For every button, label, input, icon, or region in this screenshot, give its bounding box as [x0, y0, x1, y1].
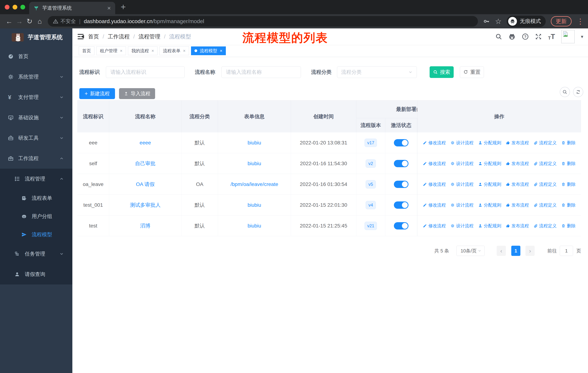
sidebar-item-workflow[interactable]: 工作流程	[0, 148, 72, 169]
app-logo[interactable]: 芋道管理系统	[0, 28, 72, 46]
zoom-window-button[interactable]	[21, 5, 25, 10]
browser-menu-icon[interactable]: ⋮	[577, 18, 584, 25]
edit-process-link[interactable]: 修改流程	[423, 181, 446, 187]
version-badge[interactable]: v2	[366, 159, 376, 168]
page-number-button[interactable]: 1	[511, 246, 520, 256]
form-info-link[interactable]: biubiu	[248, 223, 261, 229]
sidebar-item-process-form[interactable]: 流程表单	[0, 189, 72, 207]
sidebar-item-devtools[interactable]: 研发工具	[0, 128, 72, 148]
refresh-table-button[interactable]	[573, 87, 583, 97]
create-process-button[interactable]: + 新建流程	[79, 88, 115, 99]
sidebar-item-task-management[interactable]: 任务管理	[0, 244, 72, 264]
form-info-link[interactable]: biubiu	[248, 202, 261, 208]
process-definition-link[interactable]: 流程定义	[534, 223, 557, 229]
tag-my-process[interactable]: 我的流程×	[128, 46, 158, 55]
publish-process-link[interactable]: 发布流程	[506, 223, 529, 229]
search-button[interactable]: 搜索	[430, 66, 454, 78]
sidebar-item-home[interactable]: 首页	[0, 46, 72, 67]
goto-page-input[interactable]	[560, 246, 573, 256]
forward-icon[interactable]: →	[14, 18, 24, 25]
window-controls[interactable]	[5, 5, 25, 10]
show-search-button[interactable]	[560, 87, 570, 97]
delete-link[interactable]: 删除	[561, 223, 576, 229]
version-badge[interactable]: v5	[366, 180, 376, 189]
delete-link[interactable]: 删除	[561, 140, 576, 146]
filter-name-input[interactable]	[221, 66, 301, 78]
publish-process-link[interactable]: 发布流程	[506, 161, 529, 166]
sidebar-item-user-group[interactable]: 用户分组	[0, 207, 72, 225]
github-icon[interactable]	[508, 33, 516, 40]
browser-tab[interactable]: 芋道管理系统 ×	[29, 2, 115, 14]
address-bar[interactable]: 不安全 | dashboard.yudao.iocoder.cn/bpm/man…	[48, 16, 478, 27]
version-badge[interactable]: v21	[365, 222, 377, 230]
version-badge[interactable]: v17	[365, 139, 377, 147]
bookmark-star-icon[interactable]: ☆	[495, 17, 502, 26]
sidebar-item-system[interactable]: 系统管理	[0, 67, 72, 87]
import-process-button[interactable]: 导入流程	[119, 88, 155, 99]
assign-rule-link[interactable]: 分配规则	[478, 223, 501, 229]
page-size-select[interactable]: 10条/页	[456, 246, 485, 256]
version-badge[interactable]: v4	[366, 201, 376, 209]
help-icon[interactable]: ?	[522, 33, 529, 40]
key-icon[interactable]	[483, 18, 490, 25]
publish-process-link[interactable]: 发布流程	[506, 140, 529, 146]
design-process-link[interactable]: 设计流程	[451, 223, 473, 229]
tag-process-form[interactable]: 流程表单×	[159, 46, 189, 55]
model-name-link[interactable]: OA 请假	[136, 181, 155, 188]
active-toggle[interactable]	[394, 139, 409, 146]
search-icon[interactable]	[495, 33, 502, 40]
assign-rule-link[interactable]: 分配规则	[478, 181, 501, 187]
browser-update-button[interactable]: 更新	[551, 16, 572, 26]
delete-link[interactable]: 删除	[561, 181, 576, 187]
publish-process-link[interactable]: 发布流程	[506, 181, 529, 187]
sidebar-item-process-model[interactable]: 流程模型	[0, 225, 72, 244]
sidebar-item-leave-query[interactable]: 请假查询	[0, 264, 72, 284]
edit-process-link[interactable]: 修改流程	[423, 161, 446, 166]
edit-process-link[interactable]: 修改流程	[423, 140, 446, 146]
tag-process-model[interactable]: 流程模型×	[191, 46, 226, 55]
security-status[interactable]: 不安全	[53, 18, 76, 25]
font-size-icon[interactable]: TT	[548, 33, 555, 40]
next-page-button[interactable]: ›	[525, 246, 535, 256]
delete-link[interactable]: 删除	[561, 161, 576, 166]
close-tag-icon[interactable]: ×	[220, 48, 222, 53]
assign-rule-link[interactable]: 分配规则	[478, 161, 501, 166]
prev-page-button[interactable]: ‹	[497, 246, 506, 256]
collapse-sidebar-icon[interactable]	[77, 33, 84, 40]
tag-tenant[interactable]: 租户管理×	[96, 46, 126, 55]
back-icon[interactable]: ←	[4, 18, 14, 25]
filter-key-input[interactable]	[106, 66, 185, 78]
filter-category-select[interactable]: 流程分类	[337, 66, 417, 78]
assign-rule-link[interactable]: 分配规则	[478, 202, 501, 208]
caret-down-icon[interactable]: ▾	[581, 34, 583, 40]
close-tab-icon[interactable]: ×	[107, 5, 111, 11]
sidebar-item-process-management[interactable]: 流程管理	[0, 169, 72, 189]
delete-link[interactable]: 删除	[561, 202, 576, 208]
process-definition-link[interactable]: 流程定义	[534, 140, 557, 146]
close-tag-icon[interactable]: ×	[151, 48, 154, 53]
process-definition-link[interactable]: 流程定义	[534, 161, 557, 166]
breadcrumb-process-management[interactable]: 流程管理	[138, 33, 160, 40]
avatar[interactable]	[561, 30, 575, 43]
model-name-link[interactable]: 自己审批	[135, 160, 156, 167]
reset-button[interactable]: 重置	[460, 66, 484, 78]
design-process-link[interactable]: 设计流程	[451, 181, 473, 187]
reload-icon[interactable]: ↻	[24, 17, 35, 25]
new-tab-button[interactable]: +	[121, 2, 126, 11]
sidebar-item-infrastructure[interactable]: 基础设施	[0, 107, 72, 128]
process-definition-link[interactable]: 流程定义	[534, 202, 557, 208]
minimize-window-button[interactable]	[13, 5, 17, 10]
design-process-link[interactable]: 设计流程	[451, 161, 473, 166]
edit-process-link[interactable]: 修改流程	[423, 202, 446, 208]
close-tag-icon[interactable]: ×	[183, 48, 186, 53]
design-process-link[interactable]: 设计流程	[451, 202, 473, 208]
active-toggle[interactable]	[394, 181, 409, 188]
close-tag-icon[interactable]: ×	[120, 48, 123, 53]
active-toggle[interactable]	[394, 222, 409, 230]
form-info-link[interactable]: biubiu	[248, 140, 261, 146]
close-window-button[interactable]	[5, 5, 10, 10]
publish-process-link[interactable]: 发布流程	[506, 202, 529, 208]
design-process-link[interactable]: 设计流程	[451, 140, 473, 146]
home-icon[interactable]: ⌂	[35, 18, 45, 25]
sidebar-item-payment[interactable]: ¥ 支付管理	[0, 87, 72, 107]
